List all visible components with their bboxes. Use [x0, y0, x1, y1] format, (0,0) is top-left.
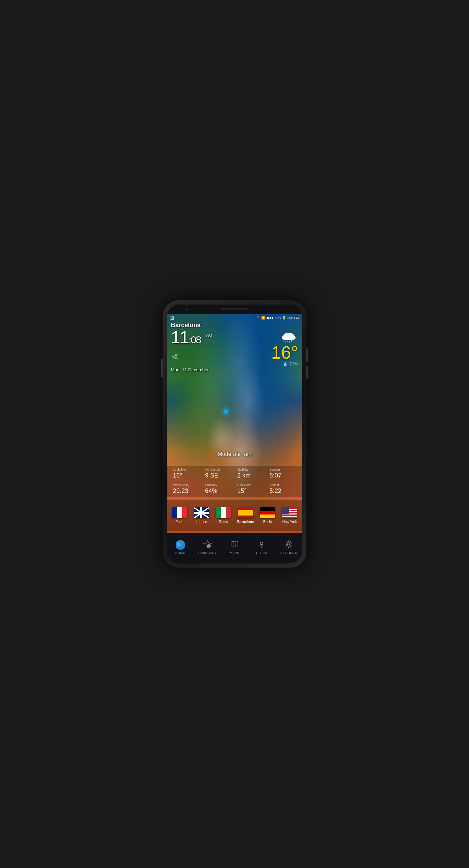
sunset-label: Sunset: [269, 483, 296, 487]
svg-point-18: [207, 544, 211, 547]
battery-percent: 89%: [275, 316, 281, 320]
screen: 📍 📶 ▮▮▮▮ 89% 🔋 2:08 PM 🖼 Barcelona 11:08…: [167, 314, 302, 563]
flag-newyork: [282, 507, 297, 518]
rain-cloud-icon: [279, 331, 298, 344]
nav-settings[interactable]: SETTINGS: [275, 540, 302, 555]
nav-cities-label: CITIES: [256, 551, 267, 555]
pressure-label: Pressure ("): [173, 483, 200, 487]
location-icon: 📍: [256, 316, 260, 320]
time-ampm: AM: [206, 333, 212, 338]
cities-row: Paris London Rome: [167, 500, 302, 531]
svg-point-25: [260, 542, 263, 545]
svg-point-10: [176, 358, 177, 359]
weather-right-panel: 16° 💧 70%: [271, 329, 298, 367]
svg-rect-7: [291, 340, 292, 342]
city-label-newyork: New York: [282, 520, 297, 524]
svg-point-1: [282, 335, 289, 340]
volume-up-button[interactable]: [306, 348, 308, 362]
nav-forecast-label: FORECAST: [198, 551, 216, 555]
city-item-rome[interactable]: Rome: [213, 507, 234, 524]
nav-settings-label: SETTINGS: [280, 551, 297, 555]
svg-line-19: [207, 547, 208, 548]
volume-down-button[interactable]: [306, 365, 308, 379]
nav-maps-label: MAPS: [230, 551, 239, 555]
maps-icon: [230, 540, 239, 550]
flag-paris: [172, 507, 187, 518]
svg-marker-22: [231, 541, 238, 546]
svg-point-26: [288, 543, 290, 545]
city-item-newyork[interactable]: New York: [279, 507, 301, 524]
svg-point-2: [289, 335, 295, 340]
weather-top-section: Barcelona 11:08 AM: [171, 322, 298, 372]
city-label-barcelona: Barcelona: [237, 520, 254, 524]
visibility-stat: Visibility 2 km: [234, 466, 267, 481]
power-button[interactable]: [161, 359, 163, 377]
feels-like-label: Feels like: [173, 468, 200, 471]
city-item-barcelona[interactable]: Barcelona: [234, 507, 256, 524]
location-dot: [224, 409, 228, 414]
share-icon[interactable]: [172, 354, 178, 361]
nav-home[interactable]: HOME: [167, 540, 194, 555]
sunrise-label: Sunrise: [269, 468, 296, 471]
weather-icon-area: [271, 331, 298, 344]
wind-label: Wind (m/s): [205, 468, 232, 471]
temperature-display: 16°: [271, 344, 298, 361]
dew-point-label: Dew Point: [237, 483, 264, 487]
svg-line-11: [174, 357, 176, 358]
humidity-value: 64%: [205, 487, 232, 495]
phone-screen-frame: 📍 📶 ▮▮▮▮ 89% 🔋 2:08 PM 🖼 Barcelona 11:08…: [167, 305, 302, 563]
visibility-label: Visibility: [237, 468, 264, 471]
status-time: 2:08 PM: [287, 316, 299, 320]
city-label-berlin: Berlin: [263, 520, 272, 524]
nav-forecast[interactable]: FORECAST: [194, 540, 221, 555]
phone-top-bar: [167, 305, 302, 314]
flag-rome: [216, 507, 231, 518]
city-item-london[interactable]: London: [190, 507, 212, 524]
dew-point-value: 15°: [237, 487, 264, 495]
nav-cities[interactable]: CITIES: [248, 540, 275, 555]
city-label-london: London: [196, 520, 207, 524]
sunset-value: 5:22: [269, 487, 296, 495]
settings-icon: [284, 540, 293, 550]
sunrise-value: 8:07: [269, 472, 296, 479]
feels-like-stat: Feels like 16°: [170, 466, 202, 481]
visibility-value: 2 km: [237, 472, 264, 479]
sunset-stat: Sunset 5:22: [267, 481, 299, 497]
wind-value: 9 SE: [205, 472, 232, 479]
svg-point-8: [176, 354, 177, 356]
date-display: Mon, 11 December: [171, 367, 298, 372]
weather-stats-grid: Feels like 16° Wind (m/s) 9 SE Visibilit…: [167, 466, 302, 497]
dew-point-stat: Dew Point 15°: [234, 481, 267, 497]
city-item-paris[interactable]: Paris: [168, 507, 190, 524]
time-minutes: :08: [189, 334, 201, 345]
svg-line-12: [174, 355, 176, 356]
status-bar: 📍 📶 ▮▮▮▮ 89% 🔋 2:08 PM: [167, 314, 302, 322]
svg-rect-3: [284, 340, 284, 342]
pressure-value: 29.23: [173, 487, 200, 495]
city-label-paris: Paris: [176, 520, 183, 524]
sunrise-stat: Sunrise 8:07: [267, 466, 299, 481]
weather-condition: Moderate rain: [167, 451, 302, 457]
city-item-berlin[interactable]: Berlin: [256, 507, 278, 524]
cities-icon: [257, 540, 266, 550]
wind-stat: Wind (m/s) 9 SE: [202, 466, 234, 481]
pressure-stat: Pressure (") 29.23: [170, 481, 202, 497]
humidity-stat: Humidity 64%: [202, 481, 234, 497]
svg-rect-5: [288, 340, 288, 342]
svg-line-21: [210, 547, 210, 548]
nav-maps[interactable]: MAPS: [221, 540, 248, 555]
phone-device: 📍 📶 ▮▮▮▮ 89% 🔋 2:08 PM 🖼 Barcelona 11:08…: [163, 300, 306, 568]
bottom-navigation: HOME: [167, 533, 302, 563]
speaker-bar: [221, 308, 248, 310]
flag-barcelona: [238, 507, 253, 518]
forecast-icon: [203, 540, 212, 550]
home-icon: [176, 540, 185, 550]
city-name: Barcelona: [171, 322, 298, 329]
flag-berlin: [260, 507, 275, 518]
svg-point-9: [173, 356, 174, 358]
signal-icon: ▮▮▮▮: [266, 316, 273, 320]
flag-london: [194, 507, 209, 518]
humidity-label: Humidity: [205, 483, 232, 487]
battery-icon: 🔋: [282, 316, 286, 320]
wifi-icon: 📶: [261, 316, 265, 320]
